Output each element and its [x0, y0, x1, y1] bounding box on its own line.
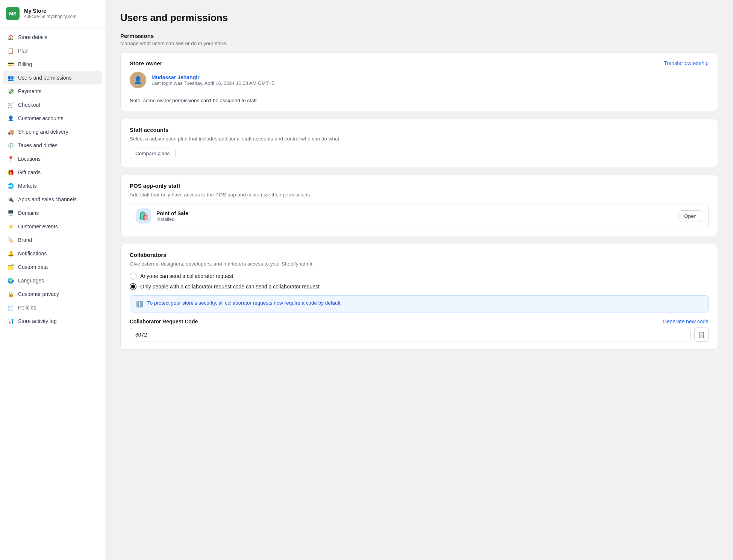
main-content: Users and permissions Permissions Manage…: [105, 0, 733, 560]
collaborators-desc: Give external designers, developers, and…: [130, 261, 709, 267]
markets-icon: 🌐: [7, 182, 14, 190]
sidebar-item-shipping-delivery[interactable]: 🚚Shipping and delivery: [3, 125, 102, 139]
permissions-label: Permissions: [120, 33, 718, 39]
shipping-delivery-icon: 🚚: [7, 128, 14, 136]
apps-sales-channels-icon: 🔌: [7, 196, 14, 203]
store-owner-card-title: Store owner: [130, 60, 162, 66]
copy-code-button[interactable]: 📋: [694, 328, 709, 342]
sidebar-item-taxes-duties[interactable]: ⚖️Taxes and duties: [3, 139, 102, 152]
sidebar-item-label-gift-cards: Gift cards: [18, 169, 41, 175]
store-activity-log-icon: 📊: [7, 317, 14, 325]
sidebar-item-label-billing: Billing: [18, 61, 32, 67]
radio-anyone[interactable]: Anyone can send a collaborator request: [130, 273, 709, 279]
sidebar-item-label-store-activity-log: Store activity log: [18, 318, 57, 324]
pos-open-button[interactable]: Open: [678, 210, 702, 222]
sidebar-item-customer-accounts[interactable]: 👤Customer accounts: [3, 112, 102, 125]
sidebar-item-label-store-details: Store details: [18, 34, 47, 40]
store-info: My Store 439c3e-5e.myshopify.com: [24, 8, 76, 19]
sidebar-item-apps-sales-channels[interactable]: 🔌Apps and sales channels: [3, 193, 102, 206]
sidebar-item-checkout[interactable]: 🛒Checkout: [3, 98, 102, 112]
sidebar-item-policies[interactable]: 📄Policies: [3, 301, 102, 314]
customer-privacy-icon: 🔒: [7, 290, 14, 298]
staff-accounts-card: Staff accounts Select a subscription pla…: [120, 119, 718, 167]
notifications-icon: 🔔: [7, 250, 14, 257]
sidebar-item-customer-events[interactable]: ⚡Customer events: [3, 220, 102, 233]
sidebar-item-label-domains: Domains: [18, 210, 39, 216]
sidebar-item-label-brand: Brand: [18, 237, 32, 243]
sidebar-item-label-customer-privacy: Customer privacy: [18, 291, 59, 297]
sidebar-item-label-customer-events: Customer events: [18, 223, 58, 229]
sidebar-item-plan[interactable]: 📋Plan: [3, 44, 102, 57]
sidebar-item-label-plan: Plan: [18, 48, 29, 54]
pos-app-info: Point of Sale Installed: [156, 210, 673, 222]
code-input[interactable]: [130, 328, 691, 341]
sidebar-item-payments[interactable]: 💸Payments: [3, 85, 102, 98]
transfer-ownership-link[interactable]: Transfer ownership: [664, 60, 709, 66]
collaborator-radio-group: Anyone can send a collaborator request O…: [130, 273, 709, 290]
brand-icon: 🏷️: [7, 236, 14, 244]
radio-code-only[interactable]: Only people with a collaborator request …: [130, 283, 709, 290]
radio-anyone-label: Anyone can send a collaborator request: [140, 273, 233, 279]
plan-icon: 📋: [7, 47, 14, 54]
billing-icon: 💳: [7, 60, 14, 68]
collaborators-card: Collaborators Give external designers, d…: [120, 244, 718, 350]
collab-code-section: Collaborator Request Code Generate new c…: [130, 318, 709, 342]
domains-icon: 🖥️: [7, 209, 14, 217]
sidebar-item-store-activity-log[interactable]: 📊Store activity log: [3, 314, 102, 328]
owner-last-login: Last login was Tuesday, April 16, 2024 1…: [151, 80, 274, 86]
store-name: My Store: [24, 8, 76, 14]
sidebar-item-languages[interactable]: 🌍Languages: [3, 274, 102, 287]
pos-app-row: 🛍️ Point of Sale Installed Open: [130, 204, 709, 228]
owner-name[interactable]: Mudassar Jehangir: [151, 74, 274, 80]
sidebar-item-notifications[interactable]: 🔔Notifications: [3, 247, 102, 260]
sidebar-item-label-customer-accounts: Customer accounts: [18, 115, 64, 121]
customer-accounts-icon: 👤: [7, 115, 14, 122]
sidebar-item-label-policies: Policies: [18, 305, 36, 311]
staff-accounts-title: Staff accounts: [130, 127, 709, 133]
sidebar-item-label-taxes-duties: Taxes and duties: [18, 142, 58, 148]
sidebar: MS My Store 439c3e-5e.myshopify.com 🏠Sto…: [0, 0, 105, 560]
sidebar-item-gift-cards[interactable]: 🎁Gift cards: [3, 166, 102, 179]
pos-card-desc: Add staff that only have access to the P…: [130, 192, 709, 198]
pos-staff-card: POS app-only staff Add staff that only h…: [120, 175, 718, 236]
owner-note: Note: some owner permissions can't be as…: [130, 93, 709, 103]
sidebar-item-label-languages: Languages: [18, 278, 44, 284]
info-icon: ℹ️: [136, 300, 144, 308]
store-avatar: MS: [6, 7, 20, 20]
sidebar-item-label-users-permissions: Users and permissions: [18, 75, 71, 81]
security-info-text: To protect your store's security, all co…: [147, 300, 342, 306]
permissions-desc: Manage what users can see or do in your …: [120, 41, 718, 46]
radio-code-only-input[interactable]: [130, 283, 136, 290]
store-owner-card: Store owner Transfer ownership 👤 Mudassa…: [120, 52, 718, 111]
sidebar-item-store-details[interactable]: 🏠Store details: [3, 30, 102, 44]
pos-app-icon: 🛍️: [136, 208, 151, 223]
generate-code-link[interactable]: Generate new code: [663, 318, 709, 325]
users-permissions-icon: 👥: [7, 74, 14, 82]
sidebar-item-markets[interactable]: 🌐Markets: [3, 179, 102, 193]
locations-icon: 📍: [7, 155, 14, 163]
pos-app-status: Installed: [156, 216, 673, 222]
sidebar-item-brand[interactable]: 🏷️Brand: [3, 233, 102, 247]
pos-app-name: Point of Sale: [156, 210, 673, 216]
sidebar-item-billing[interactable]: 💳Billing: [3, 57, 102, 71]
sidebar-item-label-shipping-delivery: Shipping and delivery: [18, 129, 68, 135]
sidebar-item-label-custom-data: Custom data: [18, 264, 48, 270]
checkout-icon: 🛒: [7, 101, 14, 109]
sidebar-item-label-payments: Payments: [18, 88, 41, 94]
sidebar-item-domains[interactable]: 🖥️Domains: [3, 206, 102, 220]
compare-plans-button[interactable]: Compare plans: [130, 148, 176, 159]
sidebar-item-customer-privacy[interactable]: 🔒Customer privacy: [3, 287, 102, 301]
code-input-row: 📋: [130, 328, 709, 342]
customer-events-icon: ⚡: [7, 223, 14, 230]
nav-list: 🏠Store details📋Plan💳Billing👥Users and pe…: [0, 30, 105, 328]
languages-icon: 🌍: [7, 277, 14, 284]
sidebar-item-locations[interactable]: 📍Locations: [3, 152, 102, 166]
sidebar-item-label-checkout: Checkout: [18, 102, 40, 108]
sidebar-item-custom-data[interactable]: 🗂️Custom data: [3, 260, 102, 274]
store-header[interactable]: MS My Store 439c3e-5e.myshopify.com: [0, 0, 105, 27]
store-details-icon: 🏠: [7, 33, 14, 41]
sidebar-item-users-permissions[interactable]: 👥Users and permissions: [3, 71, 102, 85]
radio-anyone-input[interactable]: [130, 273, 136, 279]
taxes-duties-icon: ⚖️: [7, 142, 14, 149]
staff-accounts-desc: Select a subscription plan that includes…: [130, 136, 709, 142]
